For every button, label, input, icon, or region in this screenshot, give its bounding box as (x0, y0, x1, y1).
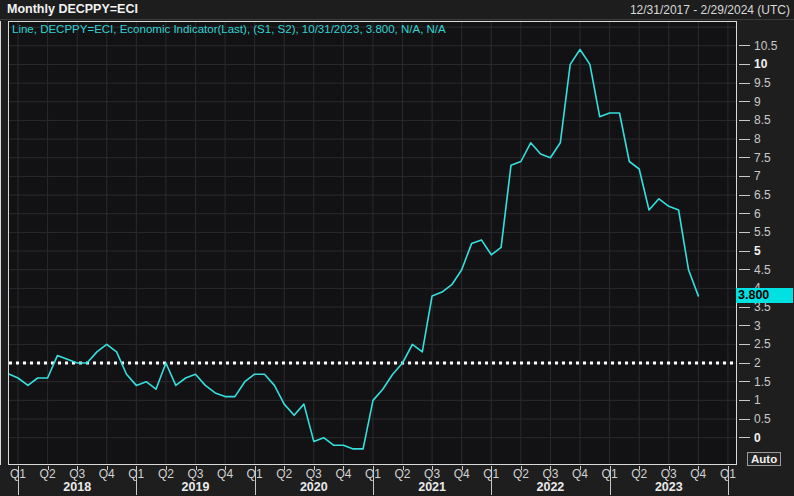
x-axis-quarter-label: Q3 (537, 467, 563, 481)
y-axis-label: 7 (754, 168, 794, 184)
y-axis-label: 10 (754, 56, 794, 72)
x-axis-year-divider (491, 466, 492, 495)
x-axis-year-label: 2019 (174, 480, 218, 494)
x-axis-year-label: 2018 (55, 480, 99, 494)
y-axis-tick (739, 45, 750, 46)
y-axis-label: 0 (754, 430, 794, 446)
x-axis-year-divider (18, 466, 19, 495)
y-axis-label: 3 (754, 318, 794, 334)
y-axis-tick (739, 437, 750, 438)
y-axis-tick (739, 176, 750, 177)
x-axis-quarter-label: Q4 (94, 467, 120, 481)
x-axis-year-label: 2020 (292, 480, 336, 494)
y-axis-label: 1 (754, 392, 794, 408)
y-axis-tick (739, 381, 750, 382)
price-line (9, 50, 698, 449)
y-axis-label: 5 (754, 243, 794, 259)
x-axis-year-label: 2021 (410, 480, 454, 494)
y-axis-label: 2 (754, 355, 794, 371)
x-axis-quarter-label: Q4 (685, 467, 711, 481)
y-axis-tick (739, 325, 750, 326)
y-axis-label: 1.5 (754, 374, 794, 390)
x-axis-quarter-label: Q4 (449, 467, 475, 481)
panel-left-border (0, 21, 1, 465)
y-axis-label: 9.5 (754, 75, 794, 91)
price-line-canvas[interactable] (9, 22, 736, 464)
x-axis-quarter-label: Q2 (271, 467, 297, 481)
y-axis-tick (739, 120, 750, 121)
y-axis-label: 5.5 (754, 224, 794, 240)
x-axis-year-divider (610, 466, 611, 495)
y-axis-tick (739, 101, 750, 102)
x-axis-quarter-label: Q4 (212, 467, 238, 481)
y-axis-tick (739, 363, 750, 364)
y-axis-label: 6.5 (754, 187, 794, 203)
chart-header-bar: Monthly DECPPY=ECI 12/31/2017 - 2/29/202… (0, 0, 794, 20)
x-axis-year-divider (373, 466, 374, 495)
y-axis-label: 9 (754, 94, 794, 110)
y-axis-label: 2.5 (754, 336, 794, 352)
series-legend[interactable]: Line, DECPPY=ECI, Economic Indicator(Las… (12, 23, 446, 35)
y-axis-tick (739, 64, 750, 65)
y-axis-tick (739, 344, 750, 345)
y-axis-label: 10.5 (754, 38, 794, 54)
date-range-label: 12/31/2017 - 2/29/2024 (UTC) (630, 3, 790, 17)
x-axis-quarter-label: Q2 (390, 467, 416, 481)
x-axis-year-label: 2023 (647, 480, 691, 494)
y-axis-tick (739, 251, 750, 252)
x-axis-quarter-label: Q3 (183, 467, 209, 481)
y-axis-tick (739, 195, 750, 196)
y-axis-label: 6 (754, 206, 794, 222)
y-axis-tick (739, 83, 750, 84)
y-axis-tick (739, 232, 750, 233)
chart-title: Monthly DECPPY=ECI (7, 2, 138, 16)
y-axis-tick (739, 419, 750, 420)
y-axis-tick (739, 213, 750, 214)
x-axis-year-divider (255, 466, 256, 495)
x-axis-quarter-label: Q2 (153, 467, 179, 481)
y-axis-tick (739, 139, 750, 140)
y-axis-label: 0.5 (754, 411, 794, 427)
y-axis-tick (739, 157, 750, 158)
x-axis-year-divider (136, 466, 137, 495)
x-axis-quarter-label: Q2 (35, 467, 61, 481)
x-axis-quarter-label: Q3 (656, 467, 682, 481)
x-axis-quarter-label: Q2 (626, 467, 652, 481)
y-axis-label: 8 (754, 131, 794, 147)
y-axis-auto-button[interactable]: Auto (747, 452, 781, 466)
last-value-badge: 3.800 (736, 288, 793, 303)
x-axis-year-divider (728, 466, 729, 495)
x-axis-quarter-label: Q3 (301, 467, 327, 481)
y-axis-label: 8.5 (754, 112, 794, 128)
x-axis-quarter-label: Q3 (419, 467, 445, 481)
x-axis-quarter-label: Q3 (64, 467, 90, 481)
x-axis-year-label: 2022 (528, 480, 572, 494)
chart-plot-area[interactable] (8, 21, 737, 465)
x-axis-quarter-label: Q4 (330, 467, 356, 481)
y-axis-tick (739, 400, 750, 401)
x-axis-quarter-label: Q4 (567, 467, 593, 481)
y-axis-tick (739, 307, 750, 308)
y-axis-tick (739, 269, 750, 270)
y-axis-label: 4.5 (754, 262, 794, 278)
x-axis-quarter-label: Q2 (508, 467, 534, 481)
y-axis-label: 7.5 (754, 150, 794, 166)
